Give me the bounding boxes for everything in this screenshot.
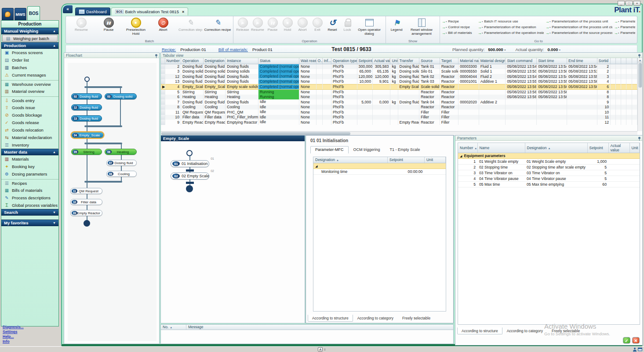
column-header[interactable]: Designation — [203, 58, 226, 64]
pin-icon[interactable] — [155, 54, 157, 56]
scroll-up-icon[interactable]: ▲ — [638, 58, 642, 62]
pin-icon[interactable] — [638, 137, 640, 139]
flow-step-node[interactable] — [186, 150, 193, 156]
tab-bos[interactable]: BOS — [27, 6, 40, 20]
flowchart-node[interactable] — [84, 86, 122, 88]
table-row[interactable]: 2 Dosing fluid Dosing fluid Dosing fluid… — [161, 64, 637, 69]
column-header[interactable]: Number — [165, 58, 181, 64]
sidebar-item[interactable]: ▥ Materials — [1, 155, 58, 163]
toolbar-button[interactable]: ▶ Resume — [250, 18, 265, 36]
column-header[interactable]: Setpoint — [357, 58, 372, 64]
section-header-production[interactable]: Production ▲ — [1, 42, 58, 49]
column-header[interactable]: End time — [567, 58, 597, 64]
section-header-master-data[interactable]: Master data ▲ — [1, 149, 58, 155]
column-header[interactable]: Instance — [226, 58, 258, 64]
flowchart-node[interactable] — [84, 143, 122, 144]
table-row[interactable]: 12 Dosing fluid Dosing fluid Dosing flui… — [161, 74, 637, 79]
minimize-button[interactable]: _ — [618, 1, 625, 6]
flowchart-node[interactable]: 11 QM Request — [70, 188, 102, 194]
row-selector[interactable] — [161, 120, 165, 125]
flowchart-node[interactable] — [84, 181, 122, 183]
footer-link[interactable]: Diagnosis... — [3, 325, 24, 329]
sidebar-item[interactable]: ✦ Booking key — [1, 163, 58, 170]
flowchart-node[interactable]: 10 Filler data — [70, 199, 102, 205]
sidebar-item[interactable]: ▥ Batches — [1, 64, 58, 71]
confirm-button[interactable]: ✓ — [623, 337, 630, 344]
flowchart-node[interactable] — [84, 77, 90, 82]
toolbar-button[interactable]: ✎ Correction step — [177, 18, 204, 36]
parameter-row[interactable]: 4 04 Time Vibrator pause 04 Time Vibrato… — [458, 176, 640, 182]
sidebar-item[interactable]: ▦ Bills of materials — [1, 187, 58, 194]
view-mode-tab[interactable]: According to structure — [308, 315, 353, 322]
table-row[interactable]: 6 Heating Heating Heating Running None P… — [161, 95, 637, 100]
toolbar-button[interactable]: ▶ Release — [235, 18, 250, 36]
row-selector[interactable] — [161, 64, 165, 69]
row-selector[interactable] — [161, 105, 165, 110]
restore-button[interactable]: □ — [626, 1, 633, 6]
sidebar-item[interactable]: ⇩ Goods entry — [1, 96, 58, 104]
goto-link[interactable]: → Control recipe — [442, 24, 476, 30]
column-header-sorted[interactable]: Designation▲ — [313, 157, 387, 163]
vertical-scrollbar[interactable]: ▲ — [637, 58, 642, 131]
column-header[interactable]: Start time — [537, 58, 567, 64]
sidebar-item[interactable]: ▣ Process screens — [1, 49, 58, 56]
section-header-search[interactable]: Search ▼ — [1, 209, 58, 216]
column-header[interactable]: Material name — [458, 58, 479, 64]
table-row[interactable]: 10 Filler data Filler data PHC_Filler_In… — [161, 115, 637, 120]
column-header[interactable]: Actual value — [608, 143, 629, 153]
sidebar-item[interactable]: ☰ Recipes — [1, 179, 58, 187]
column-header[interactable]: Target — [440, 58, 458, 64]
parameter-tab[interactable]: OCM triggering — [349, 146, 385, 154]
toolbar-button[interactable]: ✎ Correction recipe — [204, 18, 231, 36]
flowchart-node[interactable]: 07 Dosing fluid — [106, 160, 137, 166]
row-selector[interactable] — [161, 74, 165, 79]
goto-link[interactable]: → Parameterization of the operation inst… — [478, 30, 544, 36]
goto-link[interactable]: → Batch iT resource use — [478, 18, 544, 24]
flowchart-node[interactable]: 03 Dosing solid — [105, 93, 137, 99]
sidebar-item[interactable]: Σ Global process variables — [1, 202, 58, 209]
column-header[interactable]: Inf... — [322, 58, 331, 64]
table-row[interactable]: 7 Dosing fluid Dosing fluid Dosing fluid… — [161, 99, 637, 105]
column-header[interactable]: Message — [186, 325, 453, 330]
row-selector[interactable] — [161, 95, 165, 100]
column-header-sorted[interactable]: Designation▲ — [525, 143, 587, 153]
sidebar-item[interactable]: ▦ Warehouse overview — [1, 80, 58, 88]
section-header-manual-weighing[interactable]: Manual Weighing ▲ — [1, 28, 58, 34]
goto-link[interactable]: → Parameterization of the source process… — [546, 30, 612, 36]
parameter-row[interactable]: 5 05 Max time 05 Max time emptying 60 — [458, 182, 640, 187]
row-selector[interactable] — [161, 115, 165, 120]
toolbar-button[interactable]: ↺ Reset — [325, 18, 340, 36]
column-header[interactable]: Unit — [424, 157, 445, 163]
goto-link[interactable]: → Parameterization of the target process… — [614, 24, 635, 30]
row-selector[interactable]: ▶ — [161, 84, 165, 89]
tab-batch-visualization[interactable]: BOS Batch visualization Test 0815 × — [111, 7, 188, 15]
view-mode-tab[interactable]: According to category — [353, 315, 398, 322]
toolbar-button[interactable]: ▮▮ Pause — [95, 18, 122, 36]
sidebar-item[interactable]: ⇄ Goods relocation — [1, 126, 58, 134]
sidebar-item[interactable]: ⊘ Goods blockage — [1, 111, 58, 119]
sidebar-item[interactable]: ▥ Material overview — [1, 88, 58, 95]
flow-step-node[interactable]: 01 01 Initialisation 01 — [171, 160, 209, 167]
parameter-group-row[interactable]: ◢Equipment parameters — [458, 153, 640, 159]
close-button[interactable]: × — [633, 1, 640, 6]
column-header[interactable]: Unit — [629, 143, 640, 153]
flowchart-node[interactable]: 13 Dosing fluid — [71, 115, 102, 121]
flowchart-node[interactable]: 06 Heating — [105, 149, 137, 155]
close-tab-icon[interactable]: × — [182, 10, 184, 14]
flowchart-node[interactable] — [84, 125, 122, 127]
column-header[interactable]: Unit — [390, 58, 398, 64]
table-row[interactable]: 3 Dosing solid Dosing solid Dosing solid… — [161, 69, 637, 74]
footer-link[interactable]: Info — [3, 339, 24, 344]
section-header-my-favorites[interactable]: My favorites ▼ — [1, 220, 58, 226]
cancel-button[interactable]: ✕ — [632, 337, 640, 344]
flowchart-node[interactable]: 08 Cooling — [106, 171, 137, 177]
footer-link[interactable]: Settings — [3, 330, 24, 334]
pin-icon[interactable] — [638, 54, 640, 56]
parameter-row[interactable]: 3 03 Time Vibrator on 03 Time Vibrator o… — [458, 170, 640, 176]
sidebar-item[interactable]: ☰ Inventory — [1, 141, 58, 149]
flowchart-node[interactable]: 12 Dosing fluid — [71, 104, 102, 110]
column-header[interactable]: Material designation — [479, 58, 506, 64]
sidebar-item[interactable]: ▤ Order list — [1, 56, 58, 64]
toolbar-button[interactable]: ⊙ Abort — [295, 18, 310, 36]
brand-tab[interactable] — [2, 8, 14, 20]
